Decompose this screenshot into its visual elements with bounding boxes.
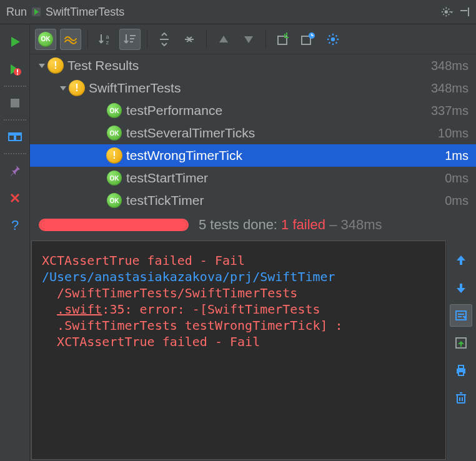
svg-text:z: z: [106, 39, 109, 46]
console-line: .swift:35: error: -[SwiftTimerTests: [42, 302, 320, 317]
console-line: /SwiftTimerTests/SwiftTimerTests: [42, 285, 297, 300]
test-row[interactable]: OK testSeveralTimerTicks 10ms: [30, 122, 476, 144]
ok-badge-icon: OK: [38, 32, 53, 47]
svg-rect-60: [460, 344, 462, 347]
svg-rect-30: [130, 38, 134, 39]
svg-line-8: [449, 14, 450, 15]
test-row[interactable]: OK testTickTimer 0ms: [30, 189, 476, 212]
console-output[interactable]: XCTAssertTrue failed - Fail /Users/anast…: [31, 240, 446, 460]
test-name: testStartTimer: [126, 171, 445, 186]
run-label: Run: [6, 6, 27, 19]
test-name: testTickTimer: [126, 193, 445, 208]
svg-rect-23: [16, 133, 21, 136]
test-duration: 337ms: [431, 104, 469, 118]
svg-rect-18: [17, 74, 18, 75]
layout-button[interactable]: [4, 126, 26, 148]
svg-rect-38: [302, 36, 310, 44]
console-line: XCTAssertTrue failed - Fail: [42, 253, 245, 268]
test-options-gear-button[interactable]: [322, 29, 344, 50]
soft-wrap-toggle[interactable]: [450, 304, 472, 327]
scroll-to-end-button[interactable]: [450, 332, 472, 354]
svg-rect-19: [11, 99, 19, 107]
show-ignored-toggle[interactable]: [60, 29, 81, 50]
history-button[interactable]: [297, 29, 319, 50]
svg-point-2: [445, 10, 448, 13]
test-name: SwiftTimerTests: [89, 81, 431, 96]
console-right-rail: [446, 240, 475, 460]
svg-rect-63: [459, 372, 464, 375]
disclosure-icon[interactable]: [36, 61, 47, 70]
svg-text:?: ?: [11, 219, 18, 232]
disclosure-icon[interactable]: [57, 84, 69, 92]
svg-marker-56: [457, 288, 465, 293]
svg-rect-12: [460, 10, 467, 11]
svg-rect-55: [460, 284, 462, 289]
svg-line-10: [449, 9, 450, 10]
test-row[interactable]: OK testPerformance 337ms: [30, 99, 476, 122]
test-suite-row[interactable]: ! SwiftTimerTests 348ms: [30, 77, 476, 99]
svg-rect-13: [468, 7, 469, 16]
left-rail: ?: [0, 24, 30, 461]
show-passed-toggle[interactable]: OK: [35, 29, 56, 50]
svg-marker-35: [244, 36, 253, 43]
svg-rect-21: [9, 133, 14, 136]
test-row[interactable]: ! testWrongTimerTick 1ms: [30, 144, 476, 167]
ok-badge-icon: OK: [107, 103, 122, 118]
test-duration: 348ms: [431, 59, 469, 73]
svg-marker-11: [450, 11, 453, 13]
help-button[interactable]: ?: [4, 214, 26, 237]
svg-rect-31: [130, 41, 133, 42]
config-name: SwiftTimerTests: [46, 6, 124, 19]
test-root-row[interactable]: ! Test Results 348ms: [30, 54, 476, 77]
console-line: XCTAssertTrue failed - Fail: [42, 334, 260, 349]
clear-all-button[interactable]: [450, 387, 472, 409]
scroll-up-button[interactable]: [450, 249, 472, 272]
svg-marker-51: [39, 64, 45, 68]
expand-all-button[interactable]: [154, 29, 175, 50]
console-line: .SwiftTimerTests testWrongTimerTick] :: [42, 318, 343, 333]
svg-line-50: [336, 35, 337, 36]
prev-failed-button[interactable]: [213, 29, 234, 50]
progress-bar: [39, 219, 189, 231]
svg-rect-62: [459, 365, 464, 369]
stop-button[interactable]: [4, 92, 26, 114]
test-name: testPerformance: [126, 103, 431, 118]
test-duration: 0ms: [445, 194, 469, 208]
test-name: testWrongTimerTick: [126, 148, 445, 163]
summary-done-text: 5 tests done:: [199, 217, 281, 232]
svg-rect-17: [17, 69, 18, 72]
svg-line-7: [443, 9, 444, 10]
run-button[interactable]: [4, 31, 26, 53]
svg-rect-64: [457, 395, 465, 403]
svg-marker-52: [60, 86, 66, 91]
svg-rect-29: [130, 35, 136, 36]
test-name: testSeveralTimerTicks: [126, 126, 438, 141]
export-results-button[interactable]: [272, 29, 294, 50]
settings-dropdown-icon[interactable]: [441, 6, 454, 18]
print-button[interactable]: [450, 359, 472, 382]
sort-duration-button[interactable]: [119, 29, 141, 50]
sort-alpha-button[interactable]: az: [94, 29, 116, 50]
svg-marker-34: [219, 36, 228, 42]
svg-line-47: [329, 35, 330, 36]
summary-fail-text: 1 failed: [281, 217, 325, 232]
collapse-all-button[interactable]: [179, 29, 200, 50]
test-tree[interactable]: ! Test Results 348ms ! SwiftTimerTests 3…: [30, 54, 476, 212]
ok-badge-icon: OK: [107, 126, 122, 141]
svg-point-42: [331, 37, 335, 41]
test-duration: 348ms: [431, 81, 469, 96]
hide-tool-window-icon[interactable]: [459, 6, 471, 18]
next-failed-button[interactable]: [238, 29, 259, 50]
console-link[interactable]: /Users/anastasiakazakova/prj/SwiftTimer: [42, 269, 335, 284]
pin-button[interactable]: [4, 159, 26, 182]
test-row[interactable]: OK testStartTimer 0ms: [30, 167, 476, 189]
test-summary: 5 tests done: 1 failed – 348ms: [30, 212, 476, 240]
summary-time-text: – 348ms: [325, 217, 382, 232]
close-button[interactable]: [4, 187, 26, 209]
scroll-down-button[interactable]: [450, 277, 472, 299]
rerun-failed-button[interactable]: [4, 58, 26, 81]
test-duration: 1ms: [445, 149, 469, 163]
svg-line-9: [443, 14, 444, 15]
warn-badge-icon: !: [69, 80, 85, 96]
svg-marker-53: [457, 255, 465, 260]
